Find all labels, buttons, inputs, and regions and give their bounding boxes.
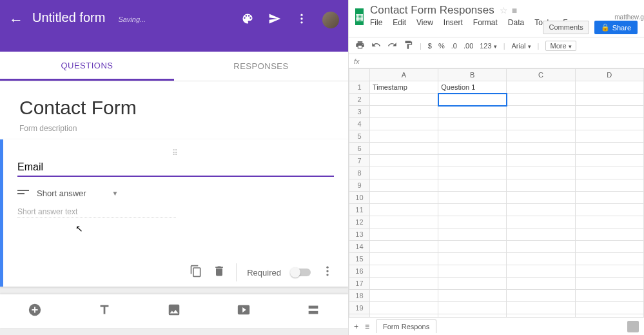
cell[interactable] xyxy=(438,130,507,143)
cell[interactable] xyxy=(507,265,575,278)
cell[interactable] xyxy=(438,155,507,167)
cell[interactable] xyxy=(369,241,438,253)
row-header[interactable]: 2 xyxy=(349,94,370,106)
row-header[interactable]: 10 xyxy=(349,192,370,204)
question-type-selector[interactable]: Short answer ▼ xyxy=(17,188,334,198)
cell[interactable] xyxy=(369,167,438,179)
row-header[interactable]: 12 xyxy=(349,216,370,228)
cell[interactable] xyxy=(369,228,438,241)
cell[interactable] xyxy=(575,167,643,179)
more-vert-icon[interactable] xyxy=(321,265,334,280)
cell[interactable] xyxy=(438,106,507,118)
tab-questions[interactable]: QUESTIONS xyxy=(0,52,174,81)
row-header[interactable]: 16 xyxy=(349,265,370,278)
row-header[interactable]: 5 xyxy=(349,130,370,143)
percent-button[interactable]: % xyxy=(438,42,445,50)
font-selector[interactable]: Arial ▾ xyxy=(512,42,531,50)
cell[interactable] xyxy=(369,265,438,278)
formula-bar[interactable]: fx xyxy=(349,54,644,68)
back-arrow-icon[interactable]: ← xyxy=(9,12,23,28)
cell[interactable] xyxy=(507,228,575,241)
more-tools-button[interactable]: More ▾ xyxy=(545,41,576,51)
cell[interactable] xyxy=(507,155,575,167)
cell[interactable] xyxy=(507,106,575,118)
corner-cell[interactable] xyxy=(349,69,370,81)
cell[interactable] xyxy=(575,228,643,241)
cell[interactable] xyxy=(575,253,643,265)
spreadsheet-title[interactable]: Contact Form Responses xyxy=(370,4,494,17)
cell[interactable] xyxy=(575,179,643,192)
cell[interactable] xyxy=(507,290,575,302)
send-icon[interactable] xyxy=(268,12,281,28)
cell[interactable] xyxy=(369,253,438,265)
more-vert-icon[interactable] xyxy=(295,12,308,28)
tab-responses[interactable]: RESPONSES xyxy=(174,52,348,81)
add-section-icon[interactable] xyxy=(306,303,320,320)
cell[interactable] xyxy=(369,118,438,130)
all-sheets-icon[interactable]: ≡ xyxy=(365,322,369,331)
row-header[interactable]: 9 xyxy=(349,179,370,192)
column-header[interactable]: A xyxy=(369,69,438,81)
cell[interactable] xyxy=(369,216,438,228)
form-description[interactable]: Form description xyxy=(19,124,329,133)
explore-icon[interactable] xyxy=(627,321,639,332)
cell[interactable] xyxy=(507,192,575,204)
user-email[interactable]: matthew.guay@zapier.com xyxy=(614,14,644,21)
cell[interactable] xyxy=(438,278,507,290)
decimal-inc-button[interactable]: .00 xyxy=(463,42,473,50)
duplicate-icon[interactable] xyxy=(190,265,202,280)
cell[interactable] xyxy=(369,143,438,155)
cell[interactable]: Timestamp xyxy=(369,81,438,94)
column-header[interactable]: C xyxy=(507,69,575,81)
cell[interactable] xyxy=(507,216,575,228)
add-title-icon[interactable] xyxy=(97,303,112,320)
cell[interactable] xyxy=(507,241,575,253)
currency-button[interactable]: $ xyxy=(428,42,432,50)
cell[interactable] xyxy=(575,118,643,130)
row-header[interactable]: 14 xyxy=(349,241,370,253)
cell[interactable] xyxy=(507,253,575,265)
cell[interactable] xyxy=(575,216,643,228)
spreadsheet-grid[interactable]: ABCD1TimestampQuestion 12345678910111213… xyxy=(349,68,644,317)
cell[interactable] xyxy=(575,241,643,253)
paint-format-icon[interactable] xyxy=(404,40,413,51)
cell[interactable] xyxy=(507,278,575,290)
cell[interactable] xyxy=(575,130,643,143)
cell[interactable] xyxy=(438,265,507,278)
add-question-icon[interactable] xyxy=(28,303,42,320)
star-icon[interactable]: ☆ xyxy=(500,5,508,15)
cell[interactable] xyxy=(507,130,575,143)
delete-icon[interactable] xyxy=(213,265,226,280)
cell[interactable] xyxy=(438,290,507,302)
cell[interactable] xyxy=(507,94,575,106)
row-header[interactable]: 6 xyxy=(349,143,370,155)
cell[interactable] xyxy=(369,290,438,302)
cell[interactable] xyxy=(369,192,438,204)
cell[interactable] xyxy=(575,278,643,290)
palette-icon[interactable] xyxy=(241,12,254,28)
cell[interactable] xyxy=(369,155,438,167)
cell[interactable] xyxy=(507,118,575,130)
form-title[interactable]: Contact Form xyxy=(19,97,329,119)
redo-icon[interactable] xyxy=(387,40,397,51)
avatar[interactable] xyxy=(322,12,339,28)
column-header[interactable]: B xyxy=(438,69,507,81)
row-header[interactable]: 13 xyxy=(349,228,370,241)
cell[interactable] xyxy=(438,241,507,253)
cell[interactable] xyxy=(369,106,438,118)
cell[interactable] xyxy=(369,204,438,216)
cell[interactable] xyxy=(507,179,575,192)
cell[interactable] xyxy=(438,216,507,228)
cell[interactable] xyxy=(438,192,507,204)
cell[interactable]: Question 1 xyxy=(438,81,507,94)
row-header[interactable]: 7 xyxy=(349,155,370,167)
add-sheet-icon[interactable]: + xyxy=(354,322,358,331)
cell[interactable] xyxy=(575,106,643,118)
cell[interactable] xyxy=(575,290,643,302)
row-header[interactable]: 8 xyxy=(349,167,370,179)
add-video-icon[interactable] xyxy=(237,303,251,320)
row-header[interactable]: 11 xyxy=(349,204,370,216)
cell[interactable] xyxy=(507,143,575,155)
cell[interactable] xyxy=(369,94,438,106)
add-image-icon[interactable] xyxy=(167,303,181,320)
